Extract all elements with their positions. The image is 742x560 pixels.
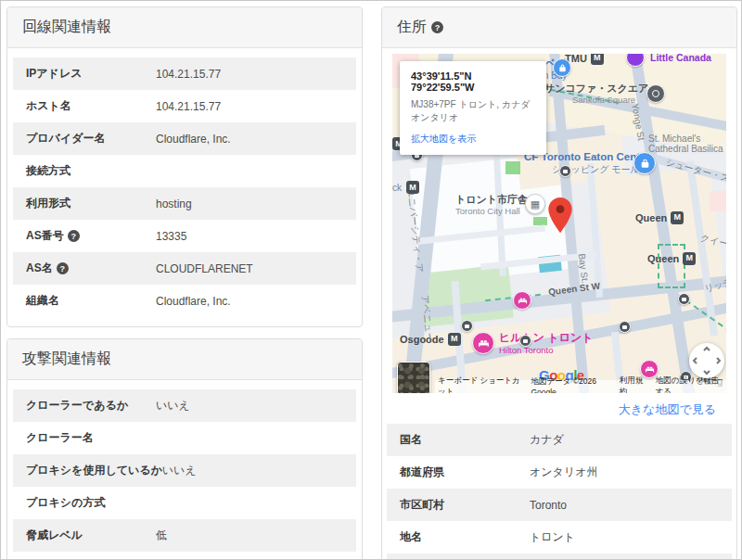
map-label-sankofa-square[interactable]: サンコファ・スクエア Sankofa Square [544, 83, 648, 106]
row-value: トロント [530, 529, 575, 545]
row-uses-proxy: プロキシを使用しているか いいえ [13, 454, 356, 487]
plus-code-address: MJ38+7PF トロント, カナダ オンタリオ [411, 98, 535, 124]
subway-icon[interactable]: M [448, 333, 461, 346]
transit-stop-icon[interactable] [519, 335, 531, 347]
row-value: いいえ [156, 398, 190, 414]
transit-stop-icon[interactable] [559, 165, 571, 177]
map-container: ベイ On Bay TMU M Little Canada サンコファ・スクエア… [382, 48, 736, 422]
row-label: プロキシを使用しているか [26, 463, 162, 478]
row-value: CLOUDFLARENET [156, 262, 253, 275]
panel-address: 住所 ? [381, 6, 737, 560]
left-column: 回線関連情報 IPアドレス 104.21.15.77 ホスト名 104.21.1… [6, 6, 363, 560]
right-column: 住所 ? [381, 6, 737, 560]
map-label-ck: ck [392, 183, 402, 193]
row-country: 国名 カナダ [387, 424, 732, 456]
row-label: クローラーであるか [26, 398, 156, 414]
row-label: ホスト名 [26, 98, 156, 114]
map-data-copyright: 地図データ ©2026 Google [531, 376, 609, 393]
row-value: カナダ [530, 432, 564, 448]
map-label-tmu-station[interactable]: TMU M [565, 54, 604, 65]
map-label-little-canada[interactable]: Little Canada [650, 54, 711, 64]
row-label-text: AS名 [26, 261, 53, 276]
map-green-area [505, 161, 520, 174]
row-as-name: AS名 ? CLOUDFLARENET [13, 252, 356, 285]
subway-icon[interactable]: M [591, 54, 604, 65]
row-value: 104.21.15.77 [156, 68, 221, 81]
row-label: 都道府県 [400, 465, 530, 480]
help-icon[interactable]: ? [57, 262, 69, 274]
panel-address-title: 住所 ? [382, 7, 736, 48]
row-label: 脅威レベル [26, 528, 156, 543]
map-label-city-hall[interactable]: トロント市庁舎 Toronto City Hall [455, 194, 528, 217]
panel-address-title-text: 住所 [397, 18, 427, 37]
terms-link[interactable]: 利用規約 [620, 375, 646, 393]
row-crawler-name: クローラー名 [13, 422, 356, 454]
view-larger-map-link[interactable]: 拡大地図を表示 [411, 133, 476, 146]
row-label: AS名 ? [26, 261, 156, 276]
row-as-number: AS番号 ? 13335 [13, 220, 356, 252]
row-label: プロキシの方式 [26, 495, 156, 511]
hotel-icon[interactable] [472, 332, 494, 354]
map-info-card: 43°39'11.5"N 79°22'59.5"W MJ38+7PF トロント,… [400, 61, 546, 155]
shopping-icon[interactable] [553, 58, 571, 77]
hotel-icon[interactable] [513, 291, 531, 310]
panel-line-info: 回線関連情報 IPアドレス 104.21.15.77 ホスト名 104.21.1… [6, 6, 363, 327]
subway-icon[interactable]: M [671, 211, 684, 224]
google-map[interactable]: ベイ On Bay TMU M Little Canada サンコファ・スクエア… [392, 54, 726, 393]
address-table: 国名 カナダ 都道府県 オンタリオ州 市区町村 Toronto 地名 トロント [382, 422, 736, 560]
row-city: 市区町村 Toronto [387, 489, 732, 521]
location-pin[interactable] [548, 197, 572, 236]
satellite-view-toggle[interactable] [397, 362, 430, 393]
row-label-text: AS番号 [26, 228, 64, 244]
subway-icon[interactable]: M [406, 181, 419, 194]
map-label-queen-station[interactable]: Queen M [647, 252, 696, 265]
row-partial [387, 554, 732, 560]
help-icon[interactable]: ? [68, 230, 80, 242]
row-proxy-type: プロキシの方式 [13, 487, 356, 519]
row-value: 低 [156, 528, 167, 543]
row-label: 地名 [400, 529, 530, 545]
map-attribution: キーボード ショートカット 地図データ ©2026 Google 利用規約 地図… [435, 380, 726, 393]
row-is-crawler: クローラーであるか いいえ [13, 389, 356, 422]
map-block [710, 191, 726, 211]
map-green-area [533, 217, 547, 225]
row-value: オンタリオ州 [530, 465, 597, 480]
map-label-queen-station[interactable]: Queen M [635, 211, 684, 224]
attraction-icon[interactable] [646, 84, 665, 103]
row-usage-type: 利用形式 hosting [13, 187, 356, 220]
row-label: 組織名 [26, 293, 156, 309]
row-provider: プロバイダー名 Cloudflare, Inc. [13, 122, 356, 155]
map-link-row: 大きな地図で見る [392, 393, 726, 422]
row-label: 国名 [400, 432, 530, 448]
shopping-icon[interactable] [633, 152, 656, 174]
open-large-map-link[interactable]: 大きな地図で見る [619, 402, 716, 416]
row-label: 接続方式 [26, 163, 156, 179]
row-value: hosting [156, 197, 192, 210]
row-value: いいえ [162, 463, 197, 478]
panel-attack-info: 攻撃関連情報 クローラーであるか いいえ クローラー名 プロキシを使用しているか… [6, 338, 363, 560]
help-icon[interactable]: ? [431, 21, 443, 33]
page: 回線関連情報 IPアドレス 104.21.15.77 ホスト名 104.21.1… [1, 1, 741, 560]
row-value: 104.21.15.77 [156, 100, 221, 113]
pan-control[interactable] [689, 343, 724, 378]
row-value: Cloudflare, Inc. [156, 295, 231, 308]
transit-stop-icon[interactable] [619, 321, 631, 333]
row-label: IPアドレス [26, 66, 156, 82]
row-ip-address: IPアドレス 104.21.15.77 [13, 57, 356, 90]
subway-icon[interactable]: M [683, 252, 696, 265]
row-label: AS番号 ? [26, 228, 156, 244]
transit-loop [658, 244, 685, 288]
keyboard-shortcuts-link[interactable]: キーボード ショートカット [438, 375, 521, 393]
map-label-hilton-toronto[interactable]: ヒルトン トロント Hilton Toronto [499, 332, 594, 356]
row-value: Toronto [530, 499, 567, 512]
transit-stop-icon[interactable] [678, 293, 690, 305]
panel-line-info-title: 回線関連情報 [7, 7, 362, 48]
panel-line-info-body: IPアドレス 104.21.15.77 ホスト名 104.21.15.77 プロ… [7, 48, 362, 326]
row-value: 13335 [156, 230, 186, 243]
map-label-st-michaels[interactable]: St. Michael's Cathedral Basilica [648, 134, 723, 154]
row-place-name: 地名 トロント [387, 521, 732, 554]
row-prefecture: 都道府県 オンタリオ州 [387, 456, 732, 489]
city-hall-icon[interactable]: ▦ [525, 194, 545, 214]
row-hostname: ホスト名 104.21.15.77 [13, 90, 356, 122]
transit-stop-icon[interactable] [461, 320, 473, 332]
